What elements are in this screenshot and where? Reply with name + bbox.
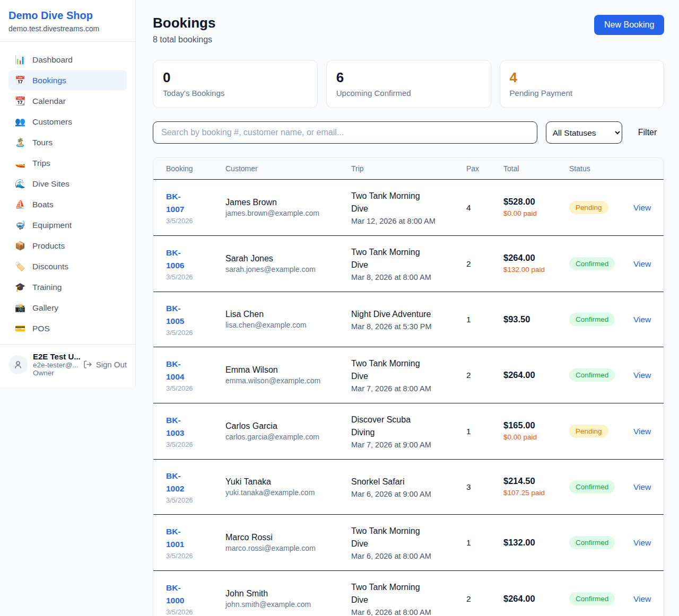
- trip-name: Two Tank Morning Dive: [351, 357, 435, 383]
- brand-domain: demo.test.divestreams.com: [8, 24, 127, 33]
- booking-id-link[interactable]: BK-1001: [166, 525, 197, 551]
- view-link[interactable]: View: [633, 427, 651, 436]
- search-input[interactable]: [153, 121, 537, 144]
- sidebar-item[interactable]: ⛵ Boats: [8, 194, 127, 215]
- total-amount: $165.00: [503, 420, 569, 430]
- booking-date: 3/5/2026: [166, 552, 225, 560]
- stat-card: 4 Pending Payment: [500, 60, 665, 108]
- trip-name: Two Tank Morning Dive: [351, 581, 435, 606]
- booking-id-link[interactable]: BK-1005: [166, 302, 197, 328]
- sidebar-item-label: Discounts: [32, 262, 68, 271]
- sidebar-item[interactable]: 📊 Dashboard: [8, 49, 127, 70]
- trip-datetime: Mar 8, 2026 at 8:00 AM: [351, 273, 466, 281]
- sidebar-item[interactable]: 🚤 Trips: [8, 153, 127, 173]
- booking-cell: BK-1000 3/5/2026: [166, 582, 225, 616]
- table-row: BK-1003 3/5/2026 Carlos Garcia carlos.ga…: [153, 403, 664, 460]
- sidebar-item[interactable]: 📸 Gallery: [8, 297, 127, 318]
- col-header-customer: Customer: [225, 158, 351, 179]
- filter-button[interactable]: Filter: [631, 128, 665, 137]
- trip-cell: Snorkel Safari Mar 6, 2026 at 9:00 AM: [351, 476, 466, 498]
- sign-out-button[interactable]: Sign Out: [83, 360, 127, 369]
- booking-cell: BK-1005 3/5/2026: [166, 302, 225, 337]
- table-row: BK-1001 3/5/2026 Marco Rossi marco.rossi…: [153, 515, 664, 571]
- brand-name: Demo Dive Shop: [8, 10, 127, 22]
- view-link[interactable]: View: [633, 371, 651, 380]
- logout-icon: [83, 360, 92, 369]
- booking-id-link[interactable]: BK-1007: [166, 190, 197, 216]
- total-cell: $264.00: [503, 370, 569, 380]
- total-amount: $93.50: [503, 314, 569, 324]
- paid-amount: $132.00 paid: [503, 265, 550, 275]
- sidebar-item-label: Products: [32, 241, 65, 251]
- customer-email: john.smith@example.com: [225, 600, 351, 609]
- new-booking-button[interactable]: New Booking: [594, 15, 664, 35]
- sidebar-item[interactable]: 🏝️ Tours: [8, 132, 127, 153]
- view-link[interactable]: View: [633, 203, 651, 212]
- booking-date: 3/5/2026: [166, 608, 225, 616]
- sidebar-item[interactable]: 📆 Calendar: [8, 91, 127, 111]
- status-cell: Confirmed: [569, 368, 633, 382]
- sidebar-item[interactable]: 👥 Customers: [8, 111, 127, 132]
- view-link[interactable]: View: [633, 315, 651, 324]
- total-cell: $264.00 $132.00 paid: [503, 253, 569, 275]
- sidebar-item[interactable]: 📦 Products: [8, 235, 127, 256]
- status-badge: Pending: [569, 425, 608, 438]
- trip-name: Two Tank Morning Dive: [351, 246, 435, 271]
- table-header-row: Booking Customer Trip Pax Total Status: [153, 158, 664, 180]
- booking-id-link[interactable]: BK-1002: [166, 470, 197, 495]
- sidebar-item-label: Calendar: [32, 96, 66, 106]
- tag-icon: 🏷️: [15, 261, 25, 271]
- actions-cell: View: [633, 371, 651, 380]
- status-badge: Pending: [569, 201, 608, 214]
- person-icon: [13, 360, 23, 369]
- col-header-booking: Booking: [166, 158, 225, 179]
- actions-cell: View: [633, 427, 651, 436]
- trip-datetime: Mar 6, 2026 at 8:00 AM: [351, 608, 466, 616]
- island-icon: 🏝️: [15, 137, 25, 147]
- view-link[interactable]: View: [633, 594, 651, 603]
- stat-value: 0: [163, 69, 308, 86]
- user-role: Owner: [33, 369, 78, 377]
- pax-count: 3: [466, 482, 503, 492]
- view-link[interactable]: View: [633, 259, 651, 268]
- booking-id-link[interactable]: BK-1006: [166, 247, 197, 272]
- user-meta: E2E Test U... e2e-tester@... Owner: [33, 352, 78, 377]
- total-cell: $264.00: [503, 594, 569, 604]
- customer-cell: Yuki Tanaka yuki.tanaka@example.com: [225, 477, 351, 497]
- pax-count: 2: [466, 594, 503, 604]
- customer-cell: Carlos Garcia carlos.garcia@example.com: [225, 421, 351, 441]
- sidebar-item[interactable]: 📅 Bookings: [8, 70, 127, 91]
- customer-cell: Sarah Jones sarah.jones@example.com: [225, 254, 351, 274]
- stat-label: Pending Payment: [510, 89, 655, 98]
- sidebar-item[interactable]: 🌊 Dive Sites: [8, 173, 127, 194]
- sidebar-item[interactable]: 🤿 Equipment: [8, 215, 127, 235]
- col-header-actions: [633, 162, 651, 175]
- stat-label: Today's Bookings: [163, 89, 308, 98]
- table-row: BK-1000 3/5/2026 John Smith john.smith@e…: [153, 571, 664, 616]
- status-select[interactable]: All Statuses: [546, 121, 622, 144]
- customer-name: James Brown: [225, 198, 351, 207]
- sidebar-nav: 📊 Dashboard 📅 Bookings 📆 Calendar 👥 Cust…: [0, 42, 135, 344]
- booking-id-link[interactable]: BK-1003: [166, 414, 197, 439]
- view-link[interactable]: View: [633, 482, 651, 491]
- status-cell: Confirmed: [569, 313, 633, 326]
- trip-cell: Discover Scuba Diving Mar 7, 2026 at 9:0…: [351, 413, 466, 449]
- table-row: BK-1005 3/5/2026 Lisa Chen lisa.chen@exa…: [153, 292, 664, 347]
- sidebar-item-label: Gallery: [32, 303, 58, 313]
- view-link[interactable]: View: [633, 538, 651, 547]
- trip-name: Two Tank Morning Dive: [351, 525, 435, 550]
- booking-cell: BK-1002 3/5/2026: [166, 470, 225, 504]
- sidebar-item[interactable]: 🏷️ Discounts: [8, 256, 127, 277]
- booking-id-link[interactable]: BK-1000: [166, 582, 197, 607]
- sidebar-item[interactable]: 🎓 Training: [8, 277, 127, 297]
- sidebar-item[interactable]: 💳 POS: [8, 318, 127, 339]
- table-row: BK-1002 3/5/2026 Yuki Tanaka yuki.tanaka…: [153, 460, 664, 515]
- actions-cell: View: [633, 259, 651, 269]
- pax-count: 1: [466, 538, 503, 548]
- paid-amount: $0.00 paid: [503, 432, 550, 443]
- actions-cell: View: [633, 315, 651, 324]
- booking-id-link[interactable]: BK-1004: [166, 358, 197, 383]
- page-header: Bookings 8 total bookings New Booking: [153, 15, 664, 45]
- sign-out-label: Sign Out: [96, 360, 127, 369]
- status-cell: Confirmed: [569, 536, 633, 549]
